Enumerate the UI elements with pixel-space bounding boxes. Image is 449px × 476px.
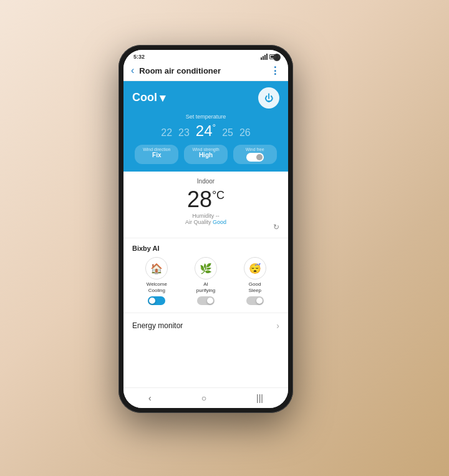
mode-value: Cool	[132, 91, 157, 104]
indoor-section: Indoor 28°C Humidity -- Air Quality Good…	[123, 172, 288, 239]
temp-23[interactable]: 23	[178, 127, 190, 138]
controls-row: Wind direction Fix Wind strength High Wi…	[132, 145, 279, 164]
bixby-item-good-sleep[interactable]: 😴 GoodSleep	[244, 257, 266, 305]
bixby-label-sleep: GoodSleep	[248, 281, 261, 293]
signal-icon	[261, 54, 268, 60]
power-icon: ⏻	[264, 93, 273, 103]
wind-direction-value: Fix	[141, 152, 172, 158]
mode-selector[interactable]: Cool ▾	[132, 91, 165, 105]
temperature-row: 22 23 24° 25 26	[132, 122, 279, 140]
bixby-toggle-purifying[interactable]	[197, 296, 215, 305]
temp-25[interactable]: 25	[222, 127, 233, 138]
bixby-item-ai-purifying[interactable]: 🌿 AIpurifying	[195, 257, 217, 305]
wind-strength-label: Wind strength	[190, 147, 221, 152]
indoor-temp-value: 28	[187, 187, 212, 212]
air-quality-value: Good	[213, 219, 226, 225]
bixby-item-welcome-cooling[interactable]: 🏠 WelcomeCooling	[145, 257, 168, 305]
temp-26[interactable]: 26	[239, 127, 251, 138]
status-icons	[261, 54, 278, 60]
bixby-icon-welcome: 🏠	[145, 257, 168, 279]
wind-strength-value: High	[190, 152, 221, 158]
control-section: Cool ▾ ⏻ Set temperature 22 23 24° 25 26	[123, 81, 288, 172]
mode-dropdown-icon: ▾	[160, 91, 165, 105]
humidity-label: Humidity --	[132, 213, 279, 219]
bixby-toggle-welcome[interactable]	[148, 296, 165, 305]
nav-recents-button[interactable]: |||	[256, 393, 263, 403]
temperature-section: Set temperature 22 23 24° 25 26	[132, 114, 279, 140]
app-header: ‹ Room air conditioner ⋮	[123, 61, 288, 81]
energy-monitor-label: Energy monitor	[132, 321, 183, 330]
bixby-items: 🏠 WelcomeCooling 🌿 AIpurifying 😴 GoodSle…	[132, 257, 279, 305]
degree-symbol: °	[213, 122, 216, 132]
indoor-unit: °C	[212, 189, 224, 202]
temp-24-active[interactable]: 24°	[196, 122, 216, 140]
status-time: 5:32	[133, 54, 145, 60]
battery-icon	[269, 54, 278, 59]
bixby-icon-sleep: 😴	[244, 257, 266, 279]
bixby-icon-purifying: 🌿	[195, 257, 217, 279]
phone-screen: 5:32 ‹ Room air conditioner ⋮	[123, 50, 288, 408]
nav-home-button[interactable]: ○	[201, 393, 206, 403]
status-bar: 5:32	[123, 50, 288, 61]
indoor-temperature: 28°C	[132, 187, 279, 212]
phone-shell: 5:32 ‹ Room air conditioner ⋮	[118, 45, 293, 413]
wind-free-label: Wind free	[246, 147, 264, 152]
back-button[interactable]: ‹	[131, 65, 134, 76]
bixby-toggle-sleep[interactable]	[246, 296, 264, 305]
wind-free-toggle[interactable]	[246, 153, 264, 162]
indoor-title: Indoor	[132, 178, 279, 185]
air-quality-label: Air Quality	[185, 219, 211, 225]
bixby-label-purifying: AIpurifying	[196, 281, 215, 293]
mode-row: Cool ▾ ⏻	[132, 87, 279, 109]
wind-free-pill[interactable]: Wind free	[233, 145, 277, 164]
energy-monitor-arrow: ›	[276, 321, 279, 331]
bixby-label-welcome: WelcomeCooling	[147, 281, 167, 293]
bixby-section: Bixby AI 🏠 WelcomeCooling 🌿 AIpurifying …	[123, 238, 288, 311]
temp-22[interactable]: 22	[161, 127, 172, 138]
wind-strength-pill[interactable]: Wind strength High	[184, 145, 228, 164]
power-button[interactable]: ⏻	[258, 87, 279, 109]
wind-direction-label: Wind direction	[141, 147, 172, 152]
set-temp-label: Set temperature	[132, 114, 279, 120]
page-title: Room air conditioner	[139, 66, 270, 75]
navigation-bar: ‹ ○ |||	[123, 387, 288, 408]
wind-direction-pill[interactable]: Wind direction Fix	[135, 145, 178, 164]
bixby-title: Bixby AI	[132, 245, 279, 252]
nav-back-button[interactable]: ‹	[148, 393, 152, 403]
more-options-button[interactable]: ⋮	[270, 65, 281, 77]
energy-monitor-row[interactable]: Energy monitor ›	[123, 313, 288, 338]
